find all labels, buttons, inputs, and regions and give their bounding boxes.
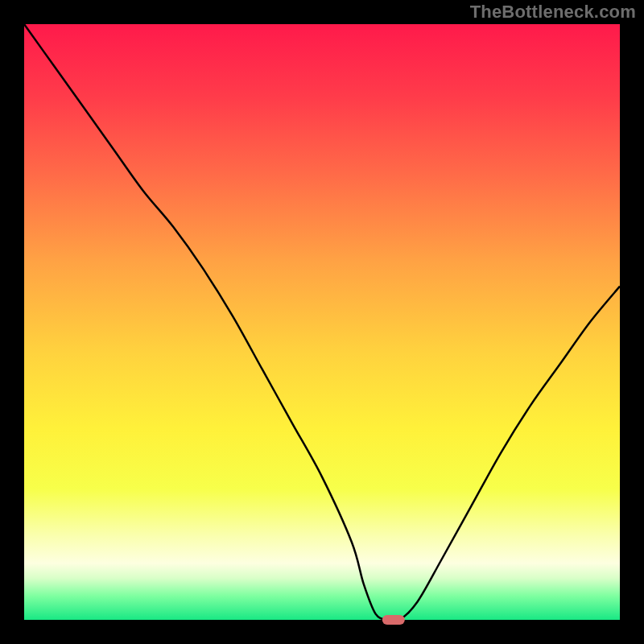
bottleneck-chart: TheBottleneck.com — [0, 0, 644, 644]
optimum-marker — [382, 615, 405, 625]
plot-background — [24, 24, 620, 620]
chart-svg — [0, 0, 644, 644]
watermark-text: TheBottleneck.com — [470, 2, 636, 23]
